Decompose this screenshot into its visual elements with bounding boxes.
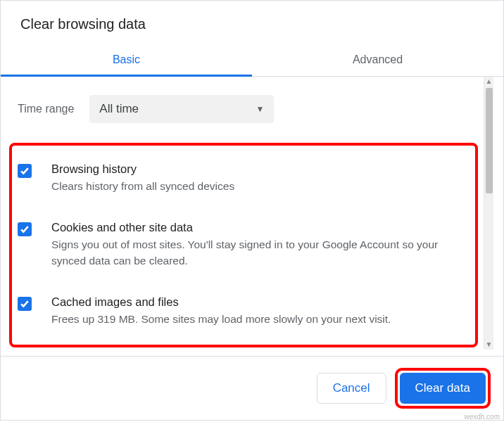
option-desc: Clears history from all synced devices bbox=[51, 179, 234, 194]
option-desc: Frees up 319 MB. Some sites may load mor… bbox=[51, 312, 391, 327]
checkbox-cookies[interactable] bbox=[18, 222, 32, 236]
check-icon bbox=[20, 224, 30, 234]
tab-basic[interactable]: Basic bbox=[1, 45, 252, 76]
option-label: Cached images and files bbox=[51, 295, 391, 309]
option-browsing-history: Browsing history Clears history from all… bbox=[15, 155, 471, 201]
dialog-title: Clear browsing data bbox=[1, 1, 503, 45]
tabs: Basic Advanced bbox=[1, 45, 503, 77]
option-label: Browsing history bbox=[51, 162, 234, 176]
dialog-footer: Cancel Clear data bbox=[1, 356, 503, 420]
scroll-down-icon[interactable]: ▼ bbox=[484, 340, 493, 350]
scroll-up-icon[interactable]: ▲ bbox=[484, 77, 493, 87]
check-icon bbox=[20, 166, 30, 176]
options-highlight: Browsing history Clears history from all… bbox=[9, 143, 478, 347]
scroll-area: Time range All time ▼ Browsing history C… bbox=[1, 77, 503, 350]
time-range-label: Time range bbox=[18, 103, 74, 115]
time-range-value: All time bbox=[99, 102, 139, 116]
option-desc: Signs you out of most sites. You'll stay… bbox=[51, 237, 468, 269]
checkbox-browsing-history[interactable] bbox=[18, 164, 32, 178]
option-label: Cookies and other site data bbox=[51, 221, 468, 234]
tab-advanced[interactable]: Advanced bbox=[252, 45, 503, 76]
clear-data-button[interactable]: Clear data bbox=[400, 373, 486, 404]
watermark: wexdh.com bbox=[464, 413, 500, 421]
option-cookies: Cookies and other site data Signs you ou… bbox=[15, 214, 471, 276]
scrollbar[interactable]: ▲ ▼ bbox=[484, 77, 493, 350]
checkbox-cached[interactable] bbox=[18, 297, 32, 311]
time-range-select[interactable]: All time ▼ bbox=[89, 95, 274, 123]
chevron-down-icon: ▼ bbox=[256, 104, 264, 114]
time-range-row: Time range All time ▼ bbox=[18, 95, 477, 123]
clear-data-highlight: Clear data bbox=[395, 368, 491, 409]
check-icon bbox=[20, 299, 30, 309]
cancel-button[interactable]: Cancel bbox=[317, 373, 386, 404]
scrollbar-thumb[interactable] bbox=[486, 88, 493, 193]
clear-browsing-data-dialog: Clear browsing data Basic Advanced Time … bbox=[0, 0, 504, 421]
option-cached: Cached images and files Frees up 319 MB.… bbox=[15, 288, 471, 334]
